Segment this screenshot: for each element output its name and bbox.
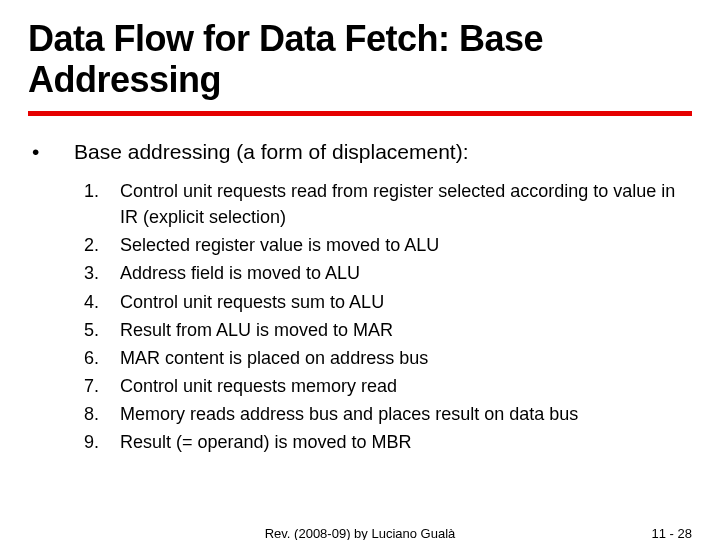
list-item: 4. Control unit requests sum to ALU <box>84 289 692 315</box>
slide: Data Flow for Data Fetch: Base Addressin… <box>0 0 720 540</box>
list-text: MAR content is placed on address bus <box>120 345 692 371</box>
list-number: 6. <box>84 345 120 371</box>
list-item: 6. MAR content is placed on address bus <box>84 345 692 371</box>
list-text: Result (= operand) is moved to MBR <box>120 429 692 455</box>
list-number: 4. <box>84 289 120 315</box>
list-text: Result from ALU is moved to MAR <box>120 317 692 343</box>
ordered-list: 1. Control unit requests read from regis… <box>84 178 692 455</box>
list-item: 3. Address field is moved to ALU <box>84 260 692 286</box>
slide-title: Data Flow for Data Fetch: Base Addressin… <box>28 18 692 101</box>
list-item: 8. Memory reads address bus and places r… <box>84 401 692 427</box>
list-number: 9. <box>84 429 120 455</box>
list-number: 1. <box>84 178 120 230</box>
slide-body: • Base addressing (a form of displacemen… <box>28 138 692 455</box>
footer-page-number: 11 - 28 <box>652 526 692 540</box>
list-text: Control unit requests read from register… <box>120 178 692 230</box>
list-number: 5. <box>84 317 120 343</box>
list-item: 1. Control unit requests read from regis… <box>84 178 692 230</box>
list-text: Memory reads address bus and places resu… <box>120 401 692 427</box>
footer-author: Rev. (2008-09) by Luciano Gualà <box>0 526 720 540</box>
bullet-item: • Base addressing (a form of displacemen… <box>28 138 692 166</box>
list-item: 9. Result (= operand) is moved to MBR <box>84 429 692 455</box>
list-item: 2. Selected register value is moved to A… <box>84 232 692 258</box>
list-text: Selected register value is moved to ALU <box>120 232 692 258</box>
list-number: 8. <box>84 401 120 427</box>
list-text: Control unit requests memory read <box>120 373 692 399</box>
list-item: 7. Control unit requests memory read <box>84 373 692 399</box>
list-number: 2. <box>84 232 120 258</box>
list-text: Control unit requests sum to ALU <box>120 289 692 315</box>
bullet-marker: • <box>28 138 74 166</box>
list-text: Address field is moved to ALU <box>120 260 692 286</box>
list-number: 7. <box>84 373 120 399</box>
list-item: 5. Result from ALU is moved to MAR <box>84 317 692 343</box>
title-underline <box>28 111 692 116</box>
bullet-text: Base addressing (a form of displacement)… <box>74 138 692 166</box>
list-number: 3. <box>84 260 120 286</box>
